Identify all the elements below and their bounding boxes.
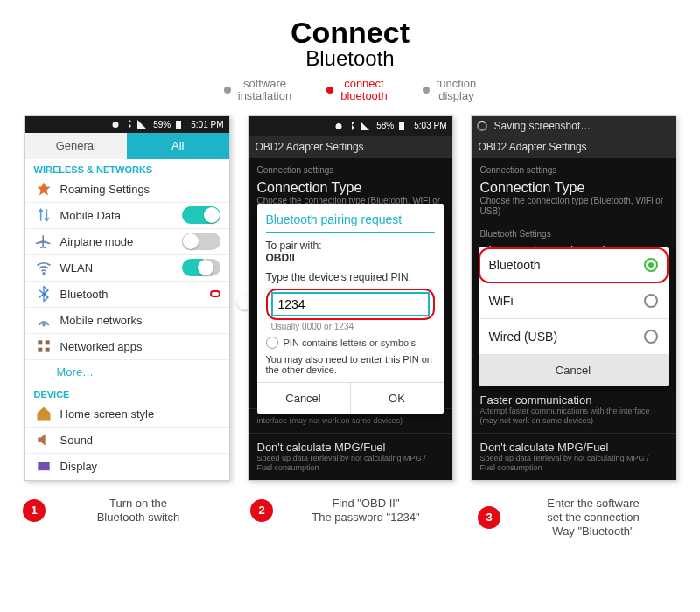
row-sound[interactable]: Sound — [25, 428, 229, 454]
connection-type-title: Connection Type — [248, 177, 452, 196]
dialog-note: You may also need to enter this PIN on t… — [266, 354, 435, 375]
row-label: Mobile networks — [60, 314, 220, 327]
section-device: DEVICE — [25, 384, 229, 401]
svg-marker-2 — [37, 183, 50, 196]
page-title-bluetooth: Bluetooth — [0, 46, 700, 71]
row-wlan[interactable]: WLAN — [25, 255, 229, 282]
ok-button[interactable]: OK — [350, 383, 444, 414]
status-bar: Saving screenshot… — [472, 116, 676, 136]
connection-type-desc: Choose the connection type (Bluetooth, W… — [472, 196, 676, 222]
status-bar: 58% 5:03 PM — [248, 116, 452, 136]
more-link[interactable]: More… — [25, 360, 229, 384]
row-bluetooth[interactable]: Bluetooth — [25, 282, 229, 308]
roaming-icon — [34, 179, 53, 198]
bluetooth-icon — [346, 121, 357, 131]
checkbox-label: PIN contains letters or symbols — [284, 337, 416, 348]
row-mobile-data[interactable]: Mobile Data — [25, 203, 229, 229]
item-desc: Speed up data retrieval by not calculati… — [257, 454, 444, 473]
svg-rect-6 — [45, 341, 49, 345]
item-desc: Speed up data retrieval by not calculati… — [480, 454, 667, 473]
phone-3-connection-type: Saving screenshot… OBD2 Adapter Settings… — [471, 115, 676, 481]
svg-rect-11 — [399, 122, 404, 130]
item-mpg[interactable]: Don't calculate MPG/Fuel Speed up data r… — [248, 433, 452, 480]
row-label: Airplane mode — [60, 235, 182, 248]
battery-text: 59% — [153, 120, 171, 129]
mobile-net-icon — [34, 310, 53, 330]
radio-icon[interactable] — [644, 294, 658, 308]
item-title: Don't calculate MPG/Fuel — [480, 441, 667, 454]
toggle-wlan[interactable] — [182, 259, 220, 276]
app-header: OBD2 Adapter Settings — [248, 136, 452, 158]
option-label: Bluetooth — [489, 258, 541, 272]
row-networked-apps[interactable]: Networked apps — [25, 334, 229, 360]
instructions: 1 Turn on theBluetooth switch 2 Find "OB… — [0, 481, 700, 539]
toggle-airplane[interactable] — [182, 233, 220, 250]
status-bar: 59% 5:01 PM — [25, 116, 229, 133]
radio-icon[interactable] — [644, 330, 658, 344]
pair-device-name: OBDII — [266, 252, 435, 264]
phone-2-pairing: 58% 5:03 PM OBD2 Adapter Settings Connec… — [248, 115, 453, 481]
tab-all[interactable]: All — [127, 133, 229, 159]
sound-icon — [34, 430, 53, 449]
dot-icon — [224, 87, 231, 94]
svg-rect-1 — [176, 121, 181, 129]
app-header: OBD2 Adapter Settings — [472, 136, 676, 158]
svg-rect-9 — [38, 462, 49, 470]
svg-rect-5 — [38, 341, 42, 345]
row-mobile-networks[interactable]: Mobile networks — [25, 308, 229, 334]
pin-letters-checkbox-row[interactable]: PIN contains letters or symbols — [266, 337, 435, 349]
connection-type-title: Connection Type — [472, 177, 676, 196]
display-icon — [34, 457, 53, 476]
clock-text: 5:01 PM — [191, 120, 223, 129]
radio-icon[interactable] — [644, 258, 658, 272]
row-roaming-settings[interactable]: Roaming Settings — [25, 177, 229, 203]
pair-with-label: To pair with: — [266, 240, 435, 252]
step-number-badge: 1 — [23, 499, 46, 522]
row-label: Display — [60, 460, 220, 473]
row-label: Roaming Settings — [60, 183, 220, 196]
svg-point-3 — [43, 273, 45, 275]
bluetooth-icon — [34, 284, 53, 303]
cancel-button[interactable]: Cancel — [479, 355, 668, 386]
item-faster-comm[interactable]: Faster communication Attempt faster comm… — [472, 386, 676, 433]
battery-text: 58% — [376, 121, 394, 130]
item-mpg[interactable]: Don't calculate MPG/Fuel Speed up data r… — [472, 433, 676, 480]
option-wifi[interactable]: WiFi — [479, 283, 668, 319]
svg-point-0 — [113, 122, 119, 128]
saving-text: Saving screenshot… — [494, 120, 592, 132]
option-label: Wired (USB) — [489, 330, 558, 344]
instruction-3: 3 Enter the softwareset the connectionWa… — [478, 497, 677, 539]
step-number-badge: 2 — [250, 499, 273, 522]
page-title-connect: Connect — [0, 16, 700, 50]
row-label: Mobile Data — [60, 209, 182, 222]
option-wired-usb[interactable]: Wired (USB) — [479, 319, 668, 355]
connection-type-dialog: Bluetooth WiFi Wired (USB) Cancel — [479, 247, 668, 386]
pin-highlight — [266, 289, 435, 320]
dot-icon — [326, 87, 333, 94]
toggle-mobile-data[interactable] — [182, 206, 220, 224]
option-bluetooth[interactable]: Bluetooth — [479, 247, 668, 283]
row-display[interactable]: Display — [25, 454, 229, 480]
pin-hint: Usually 0000 or 1234 — [271, 322, 435, 331]
svg-rect-7 — [38, 348, 42, 352]
home-icon — [34, 404, 53, 423]
row-home-style[interactable]: Home screen style — [25, 401, 229, 428]
alarm-icon — [333, 121, 344, 131]
cancel-button[interactable]: Cancel — [257, 383, 350, 414]
pin-input[interactable] — [271, 292, 430, 316]
pin-prompt: Type the device's required PIN: — [266, 271, 435, 283]
battery-icon — [396, 121, 407, 131]
step-number-badge: 3 — [478, 506, 500, 529]
row-airplane-mode[interactable]: Airplane mode — [25, 229, 229, 255]
instruction-2: 2 Find "OBD II"The password "1234" — [250, 497, 450, 525]
bluetooth-toggle-highlight — [210, 290, 220, 297]
section-wireless: WIRELESS & NETWORKS — [25, 159, 229, 177]
wlan-icon — [34, 258, 53, 277]
checkbox-icon[interactable] — [266, 337, 278, 349]
clock-text: 5:03 PM — [414, 121, 446, 130]
tab-general[interactable]: General — [25, 133, 128, 159]
item-desc: interface (may not work on some devices) — [257, 416, 444, 426]
svg-rect-8 — [45, 348, 49, 352]
svg-point-10 — [336, 123, 342, 129]
battery-icon — [173, 119, 184, 129]
